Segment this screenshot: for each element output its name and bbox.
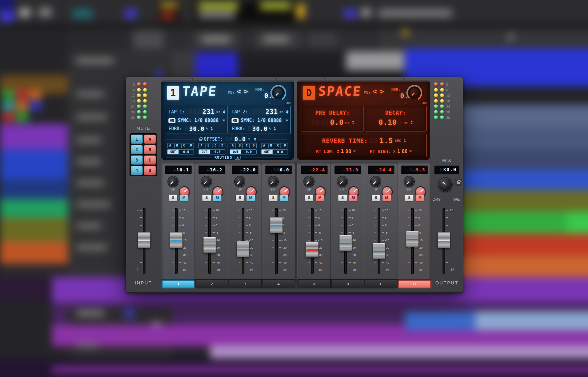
solo-button[interactable]: S	[338, 195, 347, 201]
fx-prev-button[interactable]: <	[237, 87, 241, 95]
send-button-A[interactable]: A	[230, 143, 236, 148]
mute-button-D[interactable]: D	[144, 166, 156, 175]
tap1-time-value[interactable]: 231	[202, 108, 215, 116]
fader-handle[interactable]	[170, 232, 183, 248]
fx-prev-button[interactable]: <	[373, 87, 377, 95]
value-spinner[interactable]	[223, 110, 225, 114]
mix-lock-button[interactable]	[455, 179, 462, 185]
solo-button[interactable]: S	[269, 195, 277, 201]
tap2-on-button[interactable]: ON	[232, 118, 239, 123]
lock-icon[interactable]	[199, 139, 202, 141]
send-button-D[interactable]: D	[282, 143, 288, 148]
fx-next-button[interactable]: >	[380, 87, 384, 95]
channel-mute-button[interactable]: M	[416, 195, 424, 201]
tap1-on-button[interactable]: ON	[168, 118, 175, 123]
reverb-time-value[interactable]: 1.5	[379, 137, 393, 145]
fader-handle[interactable]	[237, 241, 249, 257]
send-button-B[interactable]: B	[205, 143, 211, 148]
fader-handle[interactable]	[438, 232, 450, 248]
chevron-down-icon[interactable]	[409, 150, 412, 152]
channel-level-display[interactable]: -10.1	[165, 166, 191, 174]
tap2-sync-value[interactable]: SYNC: 1/8	[241, 118, 266, 123]
fader-handle[interactable]	[339, 235, 352, 251]
mute-button-B[interactable]: B	[144, 145, 156, 154]
hp-knob[interactable]	[337, 176, 348, 187]
send-button-A[interactable]: A	[167, 143, 173, 148]
hp-knob[interactable]	[371, 176, 381, 187]
channel-mute-button[interactable]: M	[280, 195, 288, 201]
channel-tab-3[interactable]: 3	[229, 280, 261, 288]
mix-display[interactable]: 830.0	[435, 166, 459, 174]
channel-mute-button[interactable]: M	[213, 195, 221, 201]
channel-level-display[interactable]: 8-9.3	[401, 166, 428, 174]
rt-low-control[interactable]: RT LOW: X 1 88	[316, 148, 356, 154]
value-spinner[interactable]	[404, 139, 406, 143]
solo-button[interactable]: S	[372, 195, 380, 201]
fader-handle[interactable]	[138, 232, 150, 248]
value-spinner[interactable]	[286, 110, 288, 114]
out-button[interactable]: OUT	[168, 150, 179, 154]
tap1-fdbk-value[interactable]: 30.0	[189, 125, 205, 132]
value-spinner[interactable]	[254, 137, 256, 141]
fader-handle[interactable]	[406, 231, 419, 247]
rt-high-control[interactable]: RT HIGH: X 1 88	[370, 148, 412, 154]
send-button-D[interactable]: D	[251, 143, 257, 148]
channel-mute-button[interactable]: M	[247, 195, 255, 201]
mute-button-1[interactable]: 1	[131, 135, 143, 144]
mix-knob[interactable]	[438, 177, 452, 192]
value-spinner[interactable]	[410, 120, 413, 124]
channel-level-display[interactable]: -22.4	[301, 166, 327, 174]
fader-handle[interactable]	[373, 243, 385, 259]
hp-knob[interactable]	[268, 176, 278, 187]
mute-button-3[interactable]: 3	[131, 155, 143, 165]
solo-button[interactable]: S	[169, 195, 177, 201]
chevron-down-icon[interactable]	[222, 120, 225, 121]
send-button-B[interactable]: B	[174, 143, 180, 148]
tap2-time-value[interactable]: 231	[266, 108, 278, 116]
send-button-A[interactable]: A	[198, 143, 204, 148]
channel-mute-button[interactable]: M	[383, 195, 391, 201]
hp-knob[interactable]	[304, 176, 314, 187]
mute-button-C[interactable]: C	[144, 155, 156, 165]
channel-mute-button[interactable]: M	[180, 195, 188, 201]
channel-tab-C[interactable]: C	[365, 280, 397, 288]
channel-level-display[interactable]: -22.0	[232, 166, 258, 174]
send-button-B[interactable]: B	[268, 143, 274, 148]
offset-value[interactable]: 0.0	[235, 136, 246, 143]
mute-button-A[interactable]: A	[144, 135, 156, 144]
value-spinner[interactable]	[352, 120, 354, 124]
send-button-A[interactable]: A	[261, 143, 267, 148]
mod-knob[interactable]	[273, 87, 284, 98]
out-button[interactable]: OUT	[230, 150, 241, 154]
send-button-D[interactable]: D	[220, 143, 225, 148]
chevron-down-icon[interactable]	[285, 120, 288, 121]
hp-knob[interactable]	[168, 176, 178, 187]
send-button-C[interactable]: C	[244, 143, 250, 148]
solo-button[interactable]: S	[202, 195, 211, 201]
channel-level-display[interactable]: -24.4	[368, 166, 394, 174]
channel-mute-button[interactable]: M	[349, 195, 357, 201]
hp-knob[interactable]	[404, 176, 414, 187]
send-button-C[interactable]: C	[181, 143, 187, 148]
chevron-down-icon[interactable]	[353, 150, 356, 152]
tap1-sync-value[interactable]: SYNC: 1/8	[178, 118, 202, 123]
out-value[interactable]: 0.0	[179, 150, 194, 154]
out-value[interactable]: 0.0	[241, 150, 256, 154]
routing-collapse-button[interactable]	[235, 156, 241, 160]
fader-handle[interactable]	[203, 237, 216, 253]
fader-handle[interactable]	[306, 242, 318, 257]
solo-button[interactable]: S	[405, 195, 413, 201]
pre-delay-value[interactable]: 0.0	[330, 118, 344, 126]
mute-button-2[interactable]: 2	[131, 145, 143, 154]
out-button[interactable]: OUT	[262, 150, 273, 154]
channel-tab-A[interactable]: A	[298, 280, 330, 288]
fx-next-button[interactable]: >	[244, 87, 248, 95]
solo-button[interactable]: S	[236, 195, 244, 201]
out-value[interactable]: 0.0	[273, 150, 288, 154]
channel-tab-2[interactable]: 2	[196, 280, 228, 288]
channel-tab-D[interactable]: D	[398, 280, 431, 288]
hp-knob[interactable]	[201, 176, 212, 187]
channel-level-display[interactable]: 880.0	[266, 166, 292, 174]
out-value[interactable]: 0.0	[210, 150, 225, 154]
mod-knob[interactable]	[409, 87, 420, 98]
